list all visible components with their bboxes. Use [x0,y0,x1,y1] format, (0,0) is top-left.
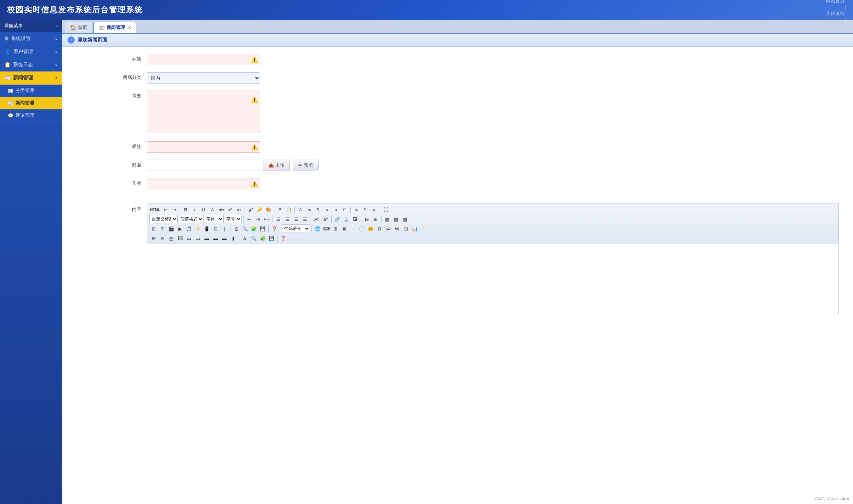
abstract-textarea[interactable] [147,91,260,133]
tb-subscript-btn[interactable]: x₂ [235,205,243,214]
tb-smile-btn[interactable]: 😊 [366,224,375,233]
tb-clock-btn[interactable]: 🕐 [357,224,366,233]
tb-grid-btn[interactable]: ⊞ [149,234,158,242]
tb-color-btn[interactable]: 🎨 [264,205,273,214]
home-link[interactable]: 网站首页 [826,0,845,4]
tb-box2-btn[interactable]: ▭ [185,234,193,242]
tb-heading-select[interactable]: 自定义标题 [149,215,178,223]
tb-box5-btn[interactable]: ▬ [211,234,220,242]
tags-input[interactable] [147,141,260,153]
tb-strikethrough-btn[interactable]: ab [217,205,225,214]
sidebar-item-system[interactable]: ⚙ 系统设置 ∨ [0,32,62,45]
sidebar-sub-item-comment[interactable]: 💬 评论管理 [0,109,62,122]
tb-search2-btn[interactable]: 🔍 [250,234,258,242]
tab-close-icon[interactable]: ✕ [128,25,131,30]
tb-image-btn[interactable]: 🖼 [351,215,359,223]
author-input[interactable] [147,178,260,189]
tb-bold-btn[interactable]: B [182,205,190,214]
tb-box6-btn[interactable]: ▬ [220,234,229,242]
tb-outdent-btn[interactable]: ⇤ [245,215,253,223]
tb-print2-btn[interactable]: 🖨 [241,234,249,242]
tb-help-btn[interactable]: ❓ [270,224,279,233]
tb-table3-btn[interactable]: ⊞ [149,224,158,233]
tb-zoom-btn[interactable]: 🔍 [241,224,249,233]
title-input[interactable] [147,54,260,65]
tb-eraser-btn[interactable]: 🖌 [246,205,255,214]
tb-save-btn[interactable]: 💾 [258,224,267,233]
tb-word-btn[interactable]: W [393,224,401,233]
tb-puzzle-btn[interactable]: 🧩 [250,224,258,233]
sidebar-item-news[interactable]: 📰 新闻管理 ∧ [0,71,62,85]
tb-print-btn[interactable]: 🖨 [232,224,240,233]
tb-help2-btn[interactable]: ❓ [279,234,287,242]
sidebar-sub-item-category[interactable]: 📰 分类管理 [0,85,62,97]
tb-col3-btn[interactable]: ▦ [401,215,409,223]
tb-align-left2-btn[interactable]: ⟵ [263,215,271,223]
tb-align-left-btn[interactable]: ≡ [352,205,361,214]
tb-justify-full-btn[interactable]: ☰ [301,215,309,223]
tb-fontsize-select[interactable]: 字号 [224,215,242,223]
tb-special-btn[interactable]: ¶ [158,224,167,233]
tb-italic-btn[interactable]: I [190,205,199,214]
tb-box-btn[interactable]: □ [340,205,349,214]
tb-indent2-btn[interactable]: ⇥ [254,215,262,223]
tb-anchor-btn[interactable]: ⚓ [342,215,350,223]
cover-input[interactable]: /ssm_news_sys/resources/upload/news-pic.… [147,160,260,171]
tb-video-btn[interactable]: ▶ [176,224,184,233]
editor-body[interactable] [147,244,838,315]
tb-para-btn[interactable]: ¶ [314,205,322,214]
tb-table5-btn[interactable]: ⊠ [340,224,348,233]
tb-quote-btn[interactable]: ❝ [276,205,284,214]
tb-wave-btn[interactable]: ∿ [305,205,314,214]
tb-film-btn[interactable]: 🎬 [167,224,176,233]
tb-omega-btn[interactable]: Ω [375,224,384,233]
category-select[interactable]: 国内 国际 体育 娱乐 科技 [147,72,260,84]
forum-link[interactable]: 支持论坛 [826,11,845,16]
tb-undo-btn[interactable]: ↩ [161,205,170,214]
tb-hr-btn[interactable]: — [349,224,357,233]
tb-code-btn[interactable]: ⌨ [322,224,331,233]
tb-para-select[interactable]: 段落格式 [178,215,204,223]
tb-font-select[interactable]: 字体 [204,215,224,223]
tb-box7-btn[interactable]: ▮ [229,234,237,242]
tb-movie-btn[interactable]: 🎞 [176,234,184,242]
tb-fontsize2-btn[interactable]: Aᴬ [313,215,321,223]
tb-grid3-btn[interactable]: ▤ [167,234,176,242]
tb-col-btn[interactable]: ▦ [383,215,391,223]
tb-box4-btn[interactable]: ▬ [202,234,211,242]
tb-justify-left-btn[interactable]: ☰ [274,215,283,223]
tb-save2-btn[interactable]: 💾 [267,234,276,242]
sidebar-sub-item-news-mgmt[interactable]: 📰 新闻管理 [0,97,62,109]
tb-list-btn[interactable]: ≡ [323,205,331,214]
tb-copy-btn[interactable]: 📋 [285,205,293,214]
tb-table4-btn[interactable]: ⊞ [331,224,339,233]
tb-widget-btn[interactable]: ⊟ [211,224,220,233]
tb-indent-btn[interactable]: ≡ [370,205,378,214]
tb-col2-btn[interactable]: ▦ [392,215,400,223]
sidebar-item-log[interactable]: 📋 系统日志 ∨ [0,58,62,71]
tab-home[interactable]: 🏠 首页 [65,22,92,33]
tb-codelang-select[interactable]: 代码语言 [282,224,310,233]
tb-app-btn[interactable]: 📱 [202,224,211,233]
tb-flash-btn[interactable]: ⚡ [194,224,202,233]
tb-html-btn[interactable]: HTML [149,205,161,214]
tab-news-mgmt[interactable]: 📰 新闻管理 ✕ [93,22,136,33]
tb-justify-center-btn[interactable]: ☰ [283,215,292,223]
tb-grid2-btn[interactable]: ⊟ [158,234,167,242]
tb-table-btn[interactable]: ⊞ [362,215,371,223]
tb-char-btn[interactable]: a [332,205,340,214]
tb-more-btn[interactable]: ⋯ [419,224,428,233]
tb-underline-btn[interactable]: U [199,205,208,214]
tb-table2-btn[interactable]: ⊞ [371,215,380,223]
tb-font-color-btn[interactable]: A [208,205,217,214]
tb-globe-btn[interactable]: 🌐 [313,224,322,233]
preview-button[interactable]: 👁 预览 [293,160,319,171]
tb-sep-icon[interactable]: | [220,224,229,233]
upload-button[interactable]: 📤 上传 [263,160,290,171]
tb-box3-btn[interactable]: ▭ [194,234,202,242]
tb-align-para2-btn[interactable]: ¶ [361,205,370,214]
tb-puzzle2-btn[interactable]: 🧩 [258,234,267,242]
tb-chart-btn[interactable]: 📊 [411,224,419,233]
tb-fontsize3-btn[interactable]: aᴬ [321,215,330,223]
tb-table6-btn[interactable]: ⊞ [402,224,410,233]
